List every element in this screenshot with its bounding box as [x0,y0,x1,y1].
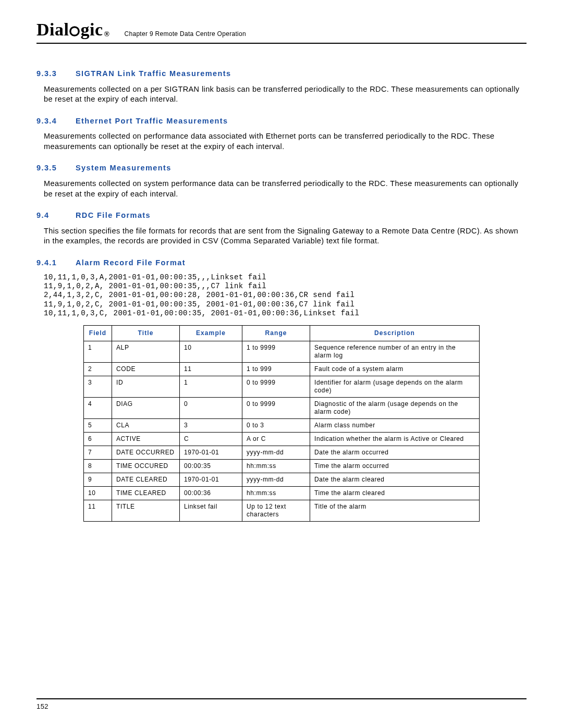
registered-mark: ® [104,30,110,39]
cell-range: 1 to 999 [242,362,310,376]
table-row: 6 ACTIVE C A or C Indication whether the… [84,432,480,446]
cell-range: hh:mm:ss [242,459,310,473]
cell-description: Identifier for alarm (usage depends on t… [310,376,480,397]
page-content: 9.3.3 SIGTRAN Link Traffic Measurements … [36,69,527,522]
table-row: 5 CLA 3 0 to 3 Alarm class number [84,418,480,432]
table-row: 4 DIAG 0 0 to 9999 Diagnostic of the ala… [84,397,480,418]
section-heading-941: 9.4.1 Alarm Record File Format [36,258,527,268]
cell-description: Date the alarm occurred [310,446,480,459]
page-header: Dial gic ® Chapter 9 Remote Data Centre … [36,20,527,44]
cell-field: 5 [84,418,112,432]
section-number: 9.3.4 [36,116,76,127]
cell-example: 10 [180,341,242,362]
table-row: 11 TITLE Linkset fail Up to 12 text char… [84,500,480,521]
col-header-example: Example [180,325,242,341]
section-body-933: Measurements collected on a per SIGTRAN … [44,84,527,105]
cell-title: ID [112,376,180,397]
col-header-range: Range [242,325,310,341]
col-header-title: Title [112,325,180,341]
cell-example: 00:00:35 [180,459,242,473]
table-row: 9 DATE CLEARED 1970-01-01 yyyy-mm-dd Dat… [84,473,480,486]
cell-example: 1970-01-01 [180,446,242,459]
cell-description: Fault code of a system alarm [310,362,480,376]
cell-description: Indication whether the alarm is Active o… [310,432,480,446]
section-heading-94: 9.4 RDC File Formats [36,211,527,221]
table-row: 3 ID 1 0 to 9999 Identifier for alarm (u… [84,376,480,397]
section-heading-934: 9.3.4 Ethernet Port Traffic Measurements [36,116,527,127]
cell-description: Date the alarm cleared [310,473,480,486]
cell-field: 4 [84,397,112,418]
svg-point-0 [70,27,79,35]
section-title: System Measurements [76,163,172,174]
cell-field: 7 [84,446,112,459]
page-footer: 152 [36,698,527,710]
cell-description: Time the alarm cleared [310,486,480,500]
section-body-935: Measurements collected on system perform… [44,179,527,199]
cell-title: TIME CLEARED [112,486,180,500]
cell-field: 9 [84,473,112,486]
table-row: 10 TIME CLEARED 00:00:36 hh:mm:ss Time t… [84,486,480,500]
cell-example: 11 [180,362,242,376]
cell-title: ACTIVE [112,432,180,446]
document-page: Dial gic ® Chapter 9 Remote Data Centre … [0,0,563,728]
cell-example: 00:00:36 [180,486,242,500]
logo-ring-icon [69,26,80,36]
cell-range: 0 to 3 [242,418,310,432]
section-number: 9.3.3 [36,69,76,79]
cell-range: 0 to 9999 [242,397,310,418]
cell-range: yyyy-mm-dd [242,446,310,459]
cell-title: CODE [112,362,180,376]
cell-title: TIME OCCURED [112,459,180,473]
cell-range: yyyy-mm-dd [242,473,310,486]
cell-example: 1 [180,376,242,397]
table-row: 8 TIME OCCURED 00:00:35 hh:mm:ss Time th… [84,459,480,473]
chapter-reference: Chapter 9 Remote Data Centre Operation [124,30,246,40]
table-header-row: Field Title Example Range Description [84,325,480,341]
cell-range: A or C [242,432,310,446]
cell-field: 8 [84,459,112,473]
table-row: 2 CODE 11 1 to 999 Fault code of a syste… [84,362,480,376]
cell-description: Time the alarm occurred [310,459,480,473]
cell-description: Sequence reference number of an entry in… [310,341,480,362]
section-number: 9.3.5 [36,163,76,174]
cell-example: 3 [180,418,242,432]
cell-description: Title of the alarm [310,500,480,521]
cell-field: 6 [84,432,112,446]
table-row: 7 DATE OCCURRED 1970-01-01 yyyy-mm-dd Da… [84,446,480,459]
cell-field: 1 [84,341,112,362]
page-number: 152 [36,702,48,710]
alarm-table-body: 1 ALP 10 1 to 9999 Sequence reference nu… [84,341,480,521]
alarm-format-table: Field Title Example Range Description 1 … [83,325,480,522]
section-heading-935: 9.3.5 System Measurements [36,163,527,174]
cell-title: ALP [112,341,180,362]
section-title: SIGTRAN Link Traffic Measurements [76,69,231,79]
cell-title: DATE CLEARED [112,473,180,486]
cell-title: CLA [112,418,180,432]
cell-field: 11 [84,500,112,521]
section-title: Ethernet Port Traffic Measurements [76,116,228,127]
col-header-field: Field [84,325,112,341]
section-title: Alarm Record File Format [76,258,186,268]
cell-title: DIAG [112,397,180,418]
cell-description: Diagnostic of the alarm (usage depends o… [310,397,480,418]
section-number: 9.4 [36,211,76,221]
cell-range: Up to 12 text characters [242,500,310,521]
section-body-934: Measurements collected on performance da… [44,131,527,152]
cell-field: 10 [84,486,112,500]
logo-text-pre: Dial [36,20,69,40]
section-body-94: This section specifies the file formats … [44,226,527,246]
cell-description: Alarm class number [310,418,480,432]
section-heading-933: 9.3.3 SIGTRAN Link Traffic Measurements [36,69,527,79]
cell-example: Linkset fail [180,500,242,521]
logo-text-post: gic [80,20,103,40]
cell-title: TITLE [112,500,180,521]
brand-logo: Dial gic ® [36,20,108,40]
table-row: 1 ALP 10 1 to 9999 Sequence reference nu… [84,341,480,362]
cell-field: 3 [84,376,112,397]
col-header-description: Description [310,325,480,341]
section-number: 9.4.1 [36,258,76,268]
section-title: RDC File Formats [76,211,151,221]
cell-field: 2 [84,362,112,376]
cell-example: 0 [180,397,242,418]
cell-range: 1 to 9999 [242,341,310,362]
